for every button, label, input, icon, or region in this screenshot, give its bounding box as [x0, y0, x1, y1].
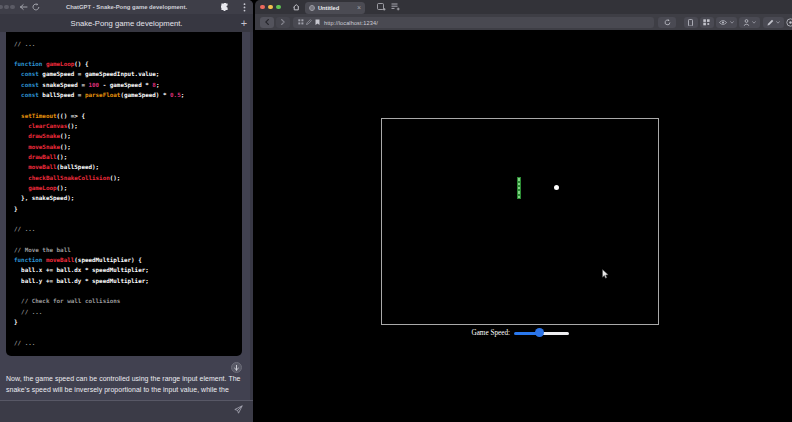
chatgpt-window-titlebar[interactable]: ChatGPT - Snake-Pong game development.	[0, 0, 253, 14]
back-button[interactable]	[260, 17, 274, 29]
code-line: checkBallSnakeCollision();	[14, 173, 242, 183]
edit-pencil-dropdown-button[interactable]	[763, 17, 784, 29]
minimize-traffic-light[interactable]	[268, 5, 273, 10]
chat-header: Snake-Pong game development. +	[0, 14, 253, 32]
code-line	[14, 234, 242, 244]
reload-button[interactable]	[658, 17, 676, 29]
new-chat-button[interactable]: +	[236, 15, 252, 31]
browser-tab-untitled[interactable]: Untitled ×	[305, 2, 365, 14]
code-line	[14, 100, 242, 110]
code-line: }, snakeSpeed);	[14, 193, 242, 203]
new-tab-list-icon[interactable]	[391, 3, 400, 11]
browser-tabbar[interactable]: Untitled ×	[255, 0, 792, 14]
code-line	[14, 49, 242, 59]
code-line	[14, 286, 242, 296]
forward-button[interactable]	[276, 17, 290, 29]
code-line: // Move the ball	[14, 245, 242, 255]
code-line: // ...	[14, 224, 242, 234]
tab-overview-icon[interactable]	[377, 3, 386, 11]
code-line: moveSnake();	[14, 142, 242, 152]
code-line: }	[14, 204, 242, 214]
send-paper-plane-icon[interactable]	[234, 405, 243, 414]
code-line: }	[14, 317, 242, 327]
code-line: ball.y += ball.dy * speedMultiplier;	[14, 276, 242, 286]
record-circle-icon[interactable]	[786, 18, 792, 27]
scroll-to-bottom-button[interactable]	[231, 362, 242, 373]
desktop: ChatGPT - Snake-Pong game development. S…	[0, 0, 792, 422]
zoom-traffic-light[interactable]	[276, 5, 281, 10]
code-line	[14, 214, 242, 224]
code-line: drawSnake();	[14, 131, 242, 141]
code-line: // ...	[14, 307, 242, 317]
globe-icon	[309, 5, 315, 11]
code-line: const snakeSpeed = 100 - gameSpeed * 8;	[14, 80, 242, 90]
code-line: // Check for wall collisions	[14, 296, 242, 306]
url-bar[interactable]: http://localhost:1234/	[293, 17, 654, 29]
apps-grid-icon[interactable]	[298, 19, 304, 25]
menu-kebab-icon[interactable]	[243, 3, 246, 12]
code-line	[14, 327, 242, 337]
tab-title: Untitled	[318, 2, 339, 14]
code-line: // ...	[14, 39, 242, 49]
home-icon[interactable]	[293, 4, 300, 11]
code-line: gameLoop();	[14, 183, 242, 193]
message-line: Now, the game speed can be controlled us…	[6, 373, 248, 384]
code-line: ball.x += ball.dx * speedMultiplier;	[14, 265, 242, 275]
extensions-puzzle-icon[interactable]	[221, 3, 229, 11]
game-speed-label: Game Speed:	[255, 329, 510, 338]
preview-eye-dropdown-button[interactable]	[716, 17, 737, 29]
mouse-cursor	[602, 269, 609, 279]
chat-scroll-area[interactable]: // ...function gameLoop() { const gameSp…	[0, 32, 253, 422]
edit-url-pencil-icon[interactable]	[306, 19, 312, 25]
browser-navbar: http://localhost:1234/	[255, 14, 792, 30]
code-line: function moveBall(speedMultiplier) {	[14, 255, 242, 265]
code-line: const gameSpeed = gameSpeedInput.value;	[14, 69, 242, 79]
browser-window: Untitled ×	[255, 0, 792, 422]
code-block: // ...function gameLoop() { const gameSp…	[6, 32, 242, 356]
close-traffic-light[interactable]	[260, 5, 265, 10]
code-line: function gameLoop() {	[14, 59, 242, 69]
chatgpt-window: ChatGPT - Snake-Pong game development. S…	[0, 0, 253, 422]
window-title: ChatGPT - Snake-Pong game development.	[0, 0, 253, 14]
device-phone-button[interactable]	[684, 17, 698, 29]
code-line: moveBall(ballSpeed);	[14, 162, 242, 172]
conversation-title: Snake-Pong game development.	[0, 14, 253, 32]
game-canvas[interactable]	[381, 118, 660, 326]
code-line: // ...	[14, 338, 242, 348]
scrollbar-track[interactable]	[250, 32, 253, 422]
game-speed-slider-thumb[interactable]	[535, 328, 544, 337]
bookmark-icon[interactable]	[315, 19, 320, 26]
code-line: setTimeout(() => {	[14, 111, 242, 121]
url-text[interactable]: http://localhost:1234/	[324, 17, 378, 29]
user-dropdown-button[interactable]	[739, 17, 760, 29]
assistant-message-text: Now, the game speed can be controlled us…	[6, 373, 248, 396]
layout-grid-button[interactable]	[700, 17, 714, 29]
tab-close-icon[interactable]: ×	[357, 2, 361, 14]
code-line: drawBall();	[14, 152, 242, 162]
code-line: const ballSpeed = parseFloat(gameSpeed) …	[14, 90, 242, 100]
prompt-input-area[interactable]	[0, 401, 253, 422]
message-line: snake's speed will be inversely proporti…	[6, 384, 248, 395]
code-line: clearCanvas();	[14, 121, 242, 131]
snake-segment	[517, 195, 521, 199]
game-page: Game Speed:	[255, 30, 792, 422]
snake	[517, 177, 521, 199]
